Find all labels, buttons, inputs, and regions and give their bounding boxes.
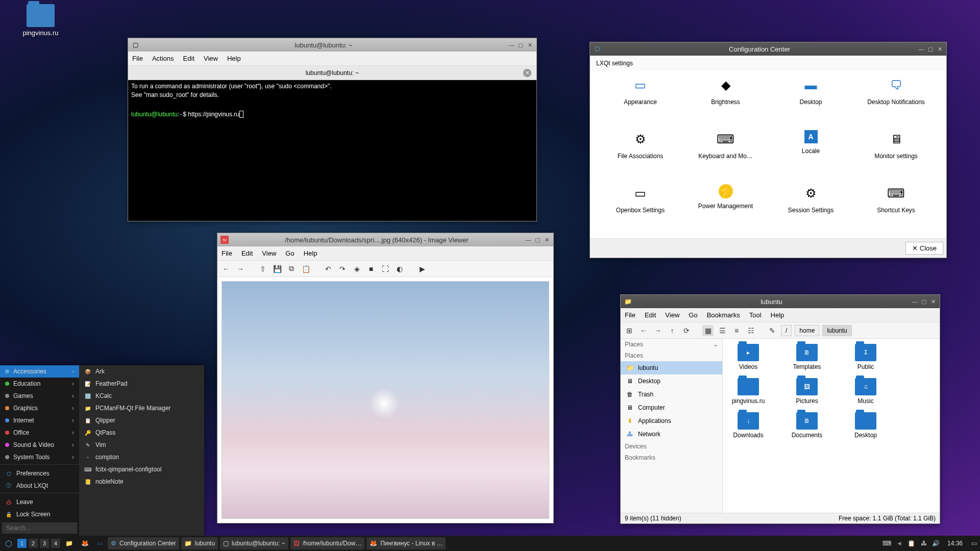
menu-help[interactable]: Help	[771, 311, 785, 319]
imageviewer-titlebar[interactable]: IV /home/lubuntu/Downloads/spri....jpg (…	[217, 233, 553, 246]
maximize-button[interactable]: ▢	[534, 236, 541, 243]
zoom-fit-icon[interactable]: ◈	[351, 263, 362, 274]
appmenu-app[interactable]: ✎Vim	[79, 439, 204, 451]
menu-go[interactable]: Go	[689, 311, 697, 319]
appmenu-lock[interactable]: 🔒Lock Screen	[0, 508, 79, 520]
sidebar-item-computer[interactable]: 🖥Computer	[621, 401, 722, 414]
maximize-button[interactable]: ▢	[927, 45, 934, 53]
view-detail-icon[interactable]: ☷	[745, 325, 756, 336]
upload-icon[interactable]: ⇧	[257, 263, 268, 274]
sidebar-item-home[interactable]: 📁lubuntu	[621, 361, 722, 374]
forward-button[interactable]: →	[652, 325, 664, 336]
appmenu-category[interactable]: Sound & Video›	[0, 439, 79, 451]
back-button[interactable]: ←	[638, 325, 649, 336]
menu-edit[interactable]: Edit	[645, 311, 656, 319]
tray-network-icon[interactable]: 🖧	[920, 539, 928, 547]
taskbar-clock[interactable]: 14:36	[944, 537, 966, 549]
menu-go[interactable]: Go	[285, 249, 294, 257]
file-item[interactable]: Desktop	[845, 412, 886, 439]
terminal-tab-close-icon[interactable]: ✕	[523, 69, 531, 77]
filemanager-launcher[interactable]: 📁	[62, 537, 76, 549]
taskbar-task[interactable]: 📁lubuntu	[181, 537, 218, 549]
new-tab-icon[interactable]: ⊞	[624, 325, 635, 336]
fullscreen-icon[interactable]: ⛶	[380, 263, 391, 274]
paste-icon[interactable]: 📋	[300, 263, 311, 274]
zoom-original-icon[interactable]: ■	[365, 263, 377, 274]
menu-view[interactable]: View	[204, 55, 218, 62]
tray-updates-icon[interactable]: ◄	[895, 539, 903, 547]
menu-file[interactable]: File	[625, 311, 635, 319]
file-item[interactable]: 🖼Pictures	[787, 378, 827, 405]
maximize-button[interactable]: ▢	[920, 298, 927, 305]
start-button[interactable]: ⬡	[2, 537, 15, 549]
sidebar-dropdown[interactable]: Places⌄	[621, 339, 722, 350]
config-item-keyboard[interactable]: ⌨Keyboard and Mo…	[685, 130, 766, 179]
show-desktop-icon[interactable]: ▭	[970, 539, 978, 547]
appmenu-app[interactable]: 📝FeatherPad	[79, 378, 204, 390]
minimize-button[interactable]: —	[911, 298, 918, 305]
config-item-desktop[interactable]: ▬Desktop	[771, 76, 851, 125]
appmenu-app[interactable]: 📦Ark	[79, 365, 204, 378]
sidebar-item-trash[interactable]: 🗑Trash	[621, 388, 722, 401]
minimize-button[interactable]: —	[918, 45, 925, 53]
terminal-body[interactable]: To run a command as administrator (user …	[128, 80, 536, 221]
appmenu-category[interactable]: Accessories›	[0, 365, 79, 378]
rotate-right-icon[interactable]: ↷	[337, 263, 348, 274]
config-item-session[interactable]: ⚙Session Settings	[771, 184, 851, 233]
discover-launcher[interactable]: ▭	[94, 537, 106, 549]
menu-help[interactable]: Help	[227, 55, 241, 62]
appmenu-category[interactable]: System Tools›	[0, 451, 79, 463]
menu-edit[interactable]: Edit	[241, 249, 253, 257]
taskbar-task[interactable]: 🖼/home/lubuntu/Dow…	[290, 537, 364, 549]
workspace-1[interactable]: 1	[17, 539, 27, 548]
appmenu-category[interactable]: Education›	[0, 378, 79, 390]
menu-view[interactable]: View	[262, 249, 276, 257]
appmenu-app[interactable]: 🔑QtPass	[79, 427, 204, 439]
view-list-icon[interactable]: ☰	[717, 325, 728, 336]
appmenu-leave[interactable]: ⏻Leave	[0, 496, 79, 508]
config-item-notifications[interactable]: 🗨Desktop Notifications	[856, 76, 936, 125]
taskbar-task[interactable]: ▢lubuntu@lubuntu: ~	[220, 537, 288, 549]
maximize-button[interactable]: ▢	[517, 41, 524, 48]
appmenu-app[interactable]: 📋Qlipper	[79, 414, 204, 427]
close-button[interactable]: ✕	[526, 41, 533, 48]
sidebar-item-applications[interactable]: ⬇Applications	[621, 414, 722, 428]
save-icon[interactable]: 💾	[272, 263, 283, 274]
appmenu-category[interactable]: Games›	[0, 390, 79, 402]
copy-icon[interactable]: ⧉	[286, 263, 297, 274]
appmenu-app[interactable]: 📁PCManFM-Qt File Manager	[79, 402, 204, 414]
config-item-brightness[interactable]: ◆Brightness	[685, 76, 766, 125]
appmenu-app[interactable]: 📒nobleNote	[79, 475, 204, 488]
filemanager-content[interactable]: ▸Videos🗎Templates↧Publicpingvinus.ru🖼Pic…	[723, 339, 940, 513]
path-current[interactable]: lubuntu	[822, 325, 851, 336]
firefox-launcher[interactable]: 🦊	[78, 537, 92, 549]
taskbar-task[interactable]: 🦊Пингвинус - Linux в …	[366, 537, 446, 549]
config-item-power[interactable]: ⚡Power Management	[685, 184, 766, 233]
close-button[interactable]: ✕	[929, 298, 937, 305]
config-item-locale[interactable]: ALocale	[771, 130, 851, 179]
close-button[interactable]: ✕	[543, 236, 550, 243]
config-item-openbox[interactable]: ▭Openbox Settings	[600, 184, 680, 233]
appmenu-app[interactable]: 🔢KCalc	[79, 390, 204, 402]
back-button[interactable]: ←	[220, 263, 232, 274]
appmenu-app[interactable]: ⌨fcitx-qimpanel-configtool	[79, 463, 204, 475]
search-input[interactable]	[2, 522, 77, 534]
appmenu-category[interactable]: Graphics›	[0, 402, 79, 414]
view-compact-icon[interactable]: ≡	[731, 325, 742, 336]
taskbar-task[interactable]: ⚙Configuration Center	[108, 537, 179, 549]
file-item[interactable]: 🗎Templates	[787, 344, 827, 370]
file-item[interactable]: ↧Public	[845, 344, 886, 370]
file-item[interactable]: ↓Downloads	[728, 412, 769, 439]
terminal-titlebar[interactable]: ▢ lubuntu@lubuntu: ~ — ▢ ✕	[128, 38, 536, 52]
path-root[interactable]: /	[781, 325, 792, 336]
menu-file[interactable]: File	[132, 55, 143, 62]
appmenu-category[interactable]: Internet›	[0, 414, 79, 427]
menu-bookmarks[interactable]: Bookmarks	[707, 311, 740, 319]
close-button[interactable]: ✕ Close	[905, 242, 943, 255]
appmenu-about[interactable]: ⓘAbout LXQt	[0, 480, 79, 492]
path-home[interactable]: home	[795, 325, 819, 336]
file-item[interactable]: 🗎Documents	[787, 412, 827, 439]
terminal-tab[interactable]: lubuntu@lubuntu: ~ ✕	[128, 66, 536, 80]
minimize-button[interactable]: —	[525, 236, 532, 243]
tray-volume-icon[interactable]: 🔊	[932, 539, 940, 547]
